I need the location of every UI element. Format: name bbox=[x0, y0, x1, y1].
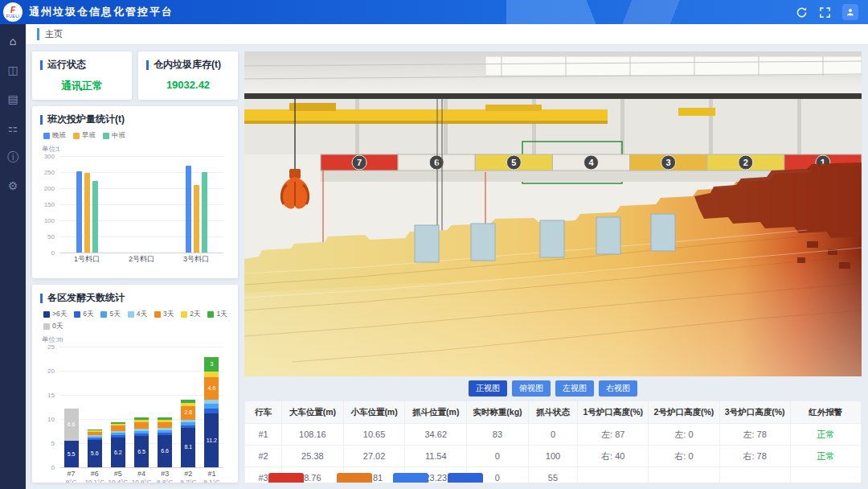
legend-item[interactable]: 2天 bbox=[181, 310, 200, 319]
shift-feed-chart: 0501001502002503001号料口2号料口3号料口 bbox=[40, 156, 230, 272]
ferment-days-chart: 05101520255.56.6#79°C5.6#610.1°C6.2#510.… bbox=[40, 347, 230, 483]
sidebar-item-about[interactable]: ⓘ bbox=[7, 151, 18, 162]
legend-item[interactable]: 6天 bbox=[74, 310, 93, 319]
legend-item[interactable]: 中班 bbox=[103, 131, 125, 141]
table-cell: 11.54 bbox=[405, 446, 467, 467]
bar-segment: 8.1 bbox=[181, 428, 195, 467]
table-cell: 83 bbox=[467, 424, 529, 446]
zone-markers: 7654321 bbox=[321, 154, 862, 171]
sidebar-item-records[interactable]: ▤ bbox=[7, 93, 18, 105]
bar-segment: 5.5 bbox=[64, 441, 79, 467]
zone-number: 6 bbox=[434, 158, 439, 167]
table-cell: 10.65 bbox=[343, 424, 405, 446]
gridline bbox=[59, 347, 223, 347]
sidebar-item-home[interactable]: ⌂ bbox=[10, 35, 16, 47]
bar-segment bbox=[181, 403, 195, 406]
bar-segment: 2.8 bbox=[181, 406, 195, 420]
table-row[interactable]: #1108.1610.6534.62830左: 87左: 0左: 78正常 bbox=[245, 424, 862, 446]
legend-item[interactable]: 3天 bbox=[154, 310, 174, 319]
chart-legend: >6天6天5天4天3天2天1天0天 bbox=[43, 310, 230, 331]
bar-segment bbox=[88, 430, 102, 432]
y-axis-label: 10 bbox=[40, 416, 55, 423]
column-header: 实时称重(kg) bbox=[467, 401, 529, 424]
legend-item[interactable]: >6天 bbox=[43, 310, 67, 319]
legend-item[interactable]: 1天 bbox=[207, 310, 227, 319]
bottom-button-4[interactable] bbox=[448, 473, 483, 483]
bar-segment bbox=[181, 422, 195, 425]
main-panel: 7654321 bbox=[244, 51, 862, 483]
pit-3d-scene: 7654321 bbox=[244, 51, 862, 376]
table-cell: 25.38 bbox=[282, 446, 344, 467]
y-axis-label: 100 bbox=[40, 217, 55, 224]
chart-title: 班次投炉量统计(t) bbox=[40, 113, 230, 126]
sidebar-item-monitor[interactable]: ⚏ bbox=[8, 122, 18, 134]
chart-legend: 晚班早班中班 bbox=[43, 131, 230, 141]
legend-item[interactable]: 0天 bbox=[43, 322, 63, 331]
logo-mark: F bbox=[10, 6, 15, 14]
view-button-4[interactable]: 右视图 bbox=[599, 380, 637, 397]
status-card-title: 运行状态 bbox=[40, 58, 124, 72]
column-header: 3号炉口高度(%) bbox=[719, 401, 790, 424]
bar-segment bbox=[158, 433, 172, 435]
crane-part-right bbox=[678, 108, 715, 116]
bar-segment bbox=[158, 428, 172, 430]
gridline bbox=[59, 467, 223, 468]
zone-number: 2 bbox=[743, 158, 748, 167]
table-cell: 55 bbox=[528, 467, 577, 483]
pit-3d-view[interactable]: 7654321 bbox=[244, 51, 862, 376]
chart-unit: 单位:t bbox=[42, 145, 230, 154]
bar-segment: 3 bbox=[204, 357, 219, 372]
user-icon[interactable] bbox=[842, 4, 858, 20]
column-header: 2号炉口高度(%) bbox=[649, 401, 719, 424]
content: 主页 运行状态 通讯正常 仓内垃圾库存(t) 19032.42 班次投炉量统计(… bbox=[26, 24, 868, 489]
crane-status-table: 行车大车位置(m)小车位置(m)抓斗位置(m)实时称重(kg)抓斗状态1号炉口高… bbox=[244, 401, 862, 483]
refresh-icon[interactable] bbox=[796, 6, 808, 18]
status-card-title: 仓内垃圾库存(t) bbox=[146, 58, 230, 72]
table-cell: 100 bbox=[528, 446, 577, 467]
table-cell: 0 bbox=[528, 424, 577, 446]
table-cell: 左: 87 bbox=[578, 424, 649, 446]
logo-text: FUELI bbox=[6, 14, 20, 18]
header: F FUELI 通州垃圾仓信息化管控平台 bbox=[0, 0, 868, 24]
sidebar-item-statistics[interactable]: ◫ bbox=[7, 64, 18, 76]
view-button-1[interactable]: 正视图 bbox=[469, 380, 507, 397]
gridline bbox=[59, 156, 223, 157]
bar-segment: 6.6 bbox=[64, 409, 79, 441]
bottom-button-2[interactable] bbox=[337, 473, 372, 483]
legend-item[interactable]: 4天 bbox=[128, 310, 147, 319]
legend-item[interactable]: 5天 bbox=[100, 310, 120, 319]
bar-segment bbox=[111, 435, 125, 437]
sidebar-item-settings[interactable]: ⚙ bbox=[8, 180, 18, 191]
crane-id: #2 bbox=[245, 446, 282, 467]
table-row[interactable]: #225.3827.0211.540100右: 40右: 0右: 78正常 bbox=[245, 446, 862, 467]
back-wall bbox=[244, 99, 862, 154]
crane-part bbox=[485, 105, 542, 111]
table-cell: 0 bbox=[467, 446, 529, 467]
fullscreen-icon[interactable] bbox=[819, 6, 831, 18]
view-button-2[interactable]: 俯视图 bbox=[512, 380, 551, 397]
bottom-button-1[interactable] bbox=[268, 473, 304, 483]
legend-item[interactable]: 晚班 bbox=[43, 131, 66, 141]
bar-segment bbox=[204, 372, 219, 377]
bar-segment: 4.6 bbox=[204, 377, 219, 400]
breadcrumb-home[interactable]: 主页 bbox=[37, 28, 63, 40]
table-cell bbox=[578, 467, 649, 483]
bar-segment bbox=[111, 424, 125, 425]
bar-segment: 6.6 bbox=[158, 435, 172, 467]
bar bbox=[76, 171, 82, 253]
x-axis-label: #29.2°C bbox=[177, 470, 200, 483]
bar-segment bbox=[181, 425, 195, 429]
legend-item[interactable]: 早班 bbox=[73, 131, 96, 141]
view-button-3[interactable]: 左视图 bbox=[555, 380, 594, 397]
alarm-status bbox=[790, 467, 861, 483]
bottom-button-3[interactable] bbox=[393, 473, 428, 483]
table-cell bbox=[719, 467, 790, 483]
y-axis-label: 300 bbox=[40, 153, 55, 160]
breadcrumb: 主页 bbox=[26, 24, 868, 45]
bar-segment bbox=[134, 434, 149, 436]
bar-segment: 6.2 bbox=[111, 438, 125, 467]
table-header-row: 行车大车位置(m)小车位置(m)抓斗位置(m)实时称重(kg)抓斗状态1号炉口高… bbox=[245, 401, 862, 424]
crane-bridge-shadow bbox=[244, 121, 608, 124]
view-buttons: 正视图俯视图左视图右视图 bbox=[244, 380, 862, 397]
ferment-days-chart-card: 各区发酵天数统计 >6天6天5天4天3天2天1天0天 单位:m 05101520… bbox=[32, 285, 238, 483]
